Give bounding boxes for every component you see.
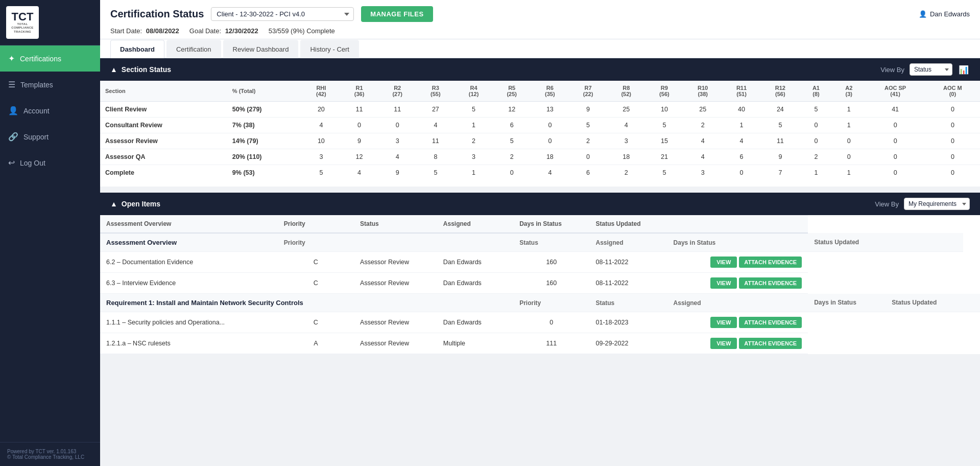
footer-line1: Powered by TCT ver. 1.01.163 — [7, 449, 93, 454]
col-val-13: 5 — [800, 102, 832, 118]
table-row: Assessor Review14% (79)10931125023154411… — [100, 133, 980, 149]
view-button[interactable]: VIEW — [710, 317, 737, 328]
item-priority: C — [278, 312, 354, 333]
item-days: 160 — [513, 252, 589, 273]
col-r12: R12(56) — [761, 81, 800, 102]
col-val-9: 15 — [646, 133, 684, 149]
col-val-11: 0 — [722, 165, 761, 181]
col-val-16: 0 — [925, 165, 980, 181]
col-val-1: 0 — [340, 118, 378, 133]
col-val-13: 2 — [800, 149, 832, 165]
col-r4: R4(12) — [455, 81, 493, 102]
view-button[interactable]: VIEW — [710, 338, 737, 349]
group-assigned-label: Assigned — [667, 294, 808, 312]
item-label: 6.2 – Documentation Evidence — [100, 252, 278, 273]
item-label: 1.2.1.a – NSC rulesets — [100, 333, 278, 354]
col-val-13: 1 — [800, 165, 832, 181]
col-val-8: 2 — [607, 165, 646, 181]
support-icon: 🔗 — [8, 132, 18, 142]
col-val-3: 5 — [417, 165, 455, 181]
col-val-12: 5 — [761, 118, 800, 133]
col-val-14: 1 — [832, 165, 865, 181]
header-meta: Start Date: 08/08/2022 Goal Date: 12/30/… — [110, 25, 970, 39]
col-val-5: 2 — [493, 149, 531, 165]
start-date-label: Start Date: 08/08/2022 — [110, 27, 179, 35]
sidebar-item-account[interactable]: 👤 Account — [0, 98, 100, 124]
section-status-chevron[interactable]: ▲ — [110, 65, 117, 74]
col-val-5: 6 — [493, 118, 531, 133]
item-updated: 08-11-2022 — [589, 273, 667, 294]
col-val-11: 6 — [722, 149, 761, 165]
attach-evidence-button[interactable]: ATTACH EVIDENCE — [739, 257, 802, 268]
tab-dashboard[interactable]: Dashboard — [110, 40, 164, 58]
group-header-row: Requirement 1: Install and Maintain Netw… — [100, 294, 980, 312]
open-items-table: Assessment OverviewPriorityStatusAssigne… — [100, 215, 980, 354]
col-val-0: 20 — [302, 102, 341, 118]
view-by-select-open[interactable]: My Requirements All Requirements Assigne… — [904, 198, 970, 210]
view-button[interactable]: VIEW — [710, 277, 737, 289]
col-val-1: 9 — [340, 133, 378, 149]
cert-dropdown[interactable]: Client - 12-30-2022 - PCI v4.0 — [211, 7, 354, 21]
sidebar-footer: Powered by TCT ver. 1.01.163 © Total Com… — [0, 442, 100, 466]
col-val-9: 10 — [646, 102, 684, 118]
col-val-15: 0 — [865, 165, 925, 181]
group-label: Requirement 1: Install and Maintain Netw… — [100, 294, 513, 312]
col-val-10: 3 — [683, 165, 722, 181]
col-val-8: 18 — [607, 149, 646, 165]
section-status-block: ▲ Section Status View By Status Priority… — [100, 58, 980, 187]
col-val-8: 25 — [607, 102, 646, 118]
col-aoc-m: AOC M(0) — [925, 81, 980, 102]
col-val-12: 24 — [761, 102, 800, 118]
item-days: 111 — [513, 333, 589, 354]
sidebar-item-templates[interactable]: ☰ Templates — [0, 72, 100, 98]
col-r7: R7(22) — [569, 81, 607, 102]
col-val-0: 4 — [302, 118, 341, 133]
col-val-12: 9 — [761, 149, 800, 165]
col-val-6: 0 — [531, 118, 569, 133]
item-assigned: Dan Edwards — [437, 252, 513, 273]
col-val-11: 40 — [722, 102, 761, 118]
open-items-col-1: Priority — [278, 215, 354, 233]
open-items-col-2: Status — [354, 215, 437, 233]
col-val-13: 0 — [800, 118, 832, 133]
col-val-3: 8 — [417, 149, 455, 165]
sidebar: TCT TOTAL COMPLIANCETRACKING ✦ Certifica… — [0, 0, 100, 466]
col-r1: R1(36) — [340, 81, 378, 102]
section-name: Assessor Review — [100, 133, 227, 149]
chart-icon[interactable]: 📊 — [958, 63, 970, 76]
col-val-16: 0 — [925, 133, 980, 149]
pct-total: 7% (38) — [227, 118, 302, 133]
view-by-select-status[interactable]: Status Priority Assigned — [910, 63, 952, 76]
attach-evidence-button[interactable]: ATTACH EVIDENCE — [739, 317, 802, 328]
logo-subtitle: TOTAL COMPLIANCETRACKING — [6, 22, 39, 34]
view-button[interactable]: VIEW — [710, 257, 737, 268]
sidebar-item-certifications[interactable]: ✦ Certifications — [0, 45, 100, 72]
tab-review-dashboard[interactable]: Review Dashboard — [223, 40, 299, 58]
item-priority: A — [278, 333, 354, 354]
tab-history-cert[interactable]: History - Cert — [300, 40, 359, 58]
attach-evidence-button[interactable]: ATTACH EVIDENCE — [739, 277, 802, 289]
footer-line2: © Total Compliance Tracking, LLC — [7, 454, 93, 460]
col-val-16: 0 — [925, 102, 980, 118]
goal-date-label: Goal Date: 12/30/2022 — [189, 27, 258, 35]
col-val-2: 0 — [378, 118, 417, 133]
col-val-2: 3 — [378, 133, 417, 149]
col-val-10: 4 — [683, 149, 722, 165]
col-val-16: 0 — [925, 118, 980, 133]
list-item: 6.3 – Interview Evidence C Assessor Revi… — [100, 273, 980, 294]
item-assigned: Multiple — [437, 333, 513, 354]
sidebar-item-support[interactable]: 🔗 Support — [0, 124, 100, 150]
user-icon: 👤 — [919, 10, 927, 18]
attach-evidence-button[interactable]: ATTACH EVIDENCE — [739, 338, 802, 349]
tab-certification[interactable]: Certification — [166, 40, 221, 58]
pct-total: 50% (279) — [227, 102, 302, 118]
col-val-12: 7 — [761, 165, 800, 181]
user-name: Dan Edwards — [930, 10, 970, 18]
open-items-col-6 — [667, 215, 808, 233]
col-val-3: 4 — [417, 118, 455, 133]
manage-files-button[interactable]: MANAGE FILES — [361, 6, 433, 22]
col-val-2: 4 — [378, 149, 417, 165]
user-area[interactable]: 👤 Dan Edwards — [919, 10, 970, 18]
sidebar-item-logout[interactable]: ↩ Log Out — [0, 150, 100, 176]
open-items-chevron[interactable]: ▲ — [110, 200, 117, 208]
